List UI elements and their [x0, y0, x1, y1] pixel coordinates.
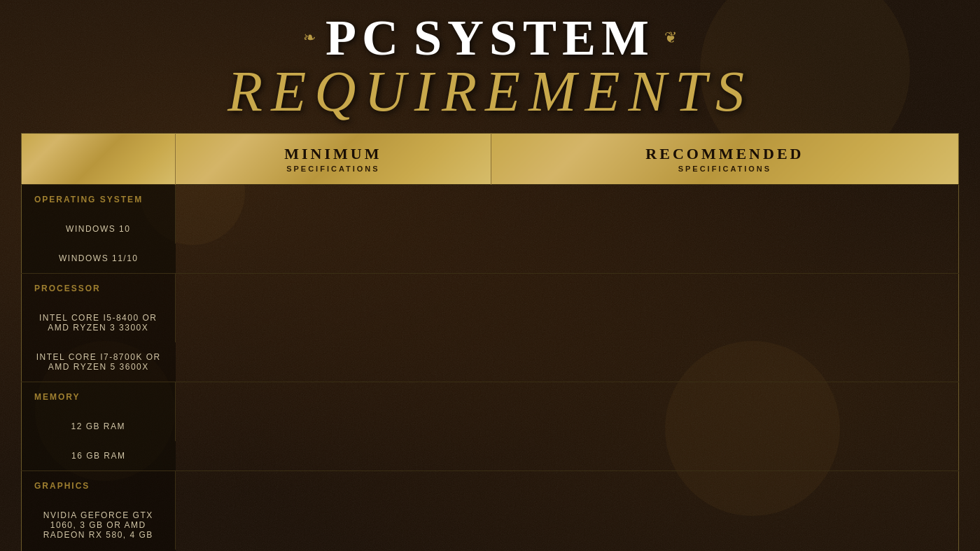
- cpu-rec: INTEL CORE I7-8700K OR AMD RYZEN 5 3600X: [22, 342, 176, 382]
- page-wrapper: ❧ PC SYSTEM ❦ REQUIREMENTS MINIMUM SPECI…: [0, 0, 980, 551]
- title-pc: PC: [326, 13, 404, 63]
- minimum-title: MINIMUM: [190, 145, 477, 163]
- os-min: WINDOWS 10: [22, 214, 176, 244]
- graphics-label: GRAPHICS: [22, 471, 176, 501]
- table-row: OPERATING SYSTEM WINDOWS 10 WINDOWS 11/1…: [22, 185, 959, 274]
- os-rec: WINDOWS 11/10: [22, 244, 176, 273]
- memory-min: 12 GB RAM: [22, 412, 176, 441]
- recommended-subtitle: SPECIFICATIONS: [505, 165, 944, 173]
- table-row: PROCESSOR INTEL CORE I5-8400 OR AMD RYZE…: [22, 274, 959, 382]
- specs-table: MINIMUM SPECIFICATIONS RECOMMENDED SPECI…: [21, 133, 959, 551]
- title-requirements: REQUIREMENTS: [227, 63, 752, 120]
- right-leaf-icon: ❦: [664, 29, 677, 47]
- os-label: OPERATING SYSTEM: [22, 185, 176, 214]
- left-leaf-icon: ❧: [303, 29, 316, 47]
- graphics-min: NVIDIA GEFORCE GTX 1060, 3 GB OR AMD RAD…: [22, 501, 176, 550]
- minimum-header: MINIMUM SPECIFICATIONS: [176, 134, 491, 185]
- title-system: SYSTEM: [414, 13, 654, 63]
- table-row: GRAPHICS NVIDIA GEFORCE GTX 1060, 3 GB O…: [22, 471, 959, 552]
- table-header-row: MINIMUM SPECIFICATIONS RECOMMENDED SPECI…: [22, 134, 959, 185]
- memory-label: MEMORY: [22, 382, 176, 412]
- minimum-subtitle: SPECIFICATIONS: [190, 165, 477, 173]
- recommended-header: RECOMMENDED SPECIFICATIONS: [491, 134, 958, 185]
- table-row: MEMORY 12 GB RAM 16 GB RAM: [22, 382, 959, 471]
- title-line1: ❧ PC SYSTEM ❦: [227, 13, 752, 63]
- table-body: OPERATING SYSTEM WINDOWS 10 WINDOWS 11/1…: [22, 185, 959, 552]
- page-header: ❧ PC SYSTEM ❦ REQUIREMENTS: [227, 13, 752, 120]
- header-empty-cell: [22, 134, 176, 185]
- recommended-title: RECOMMENDED: [505, 145, 944, 163]
- memory-rec: 16 GB RAM: [22, 441, 176, 470]
- cpu-label: PROCESSOR: [22, 274, 176, 303]
- cpu-min: INTEL CORE I5-8400 OR AMD RYZEN 3 3300X: [22, 303, 176, 342]
